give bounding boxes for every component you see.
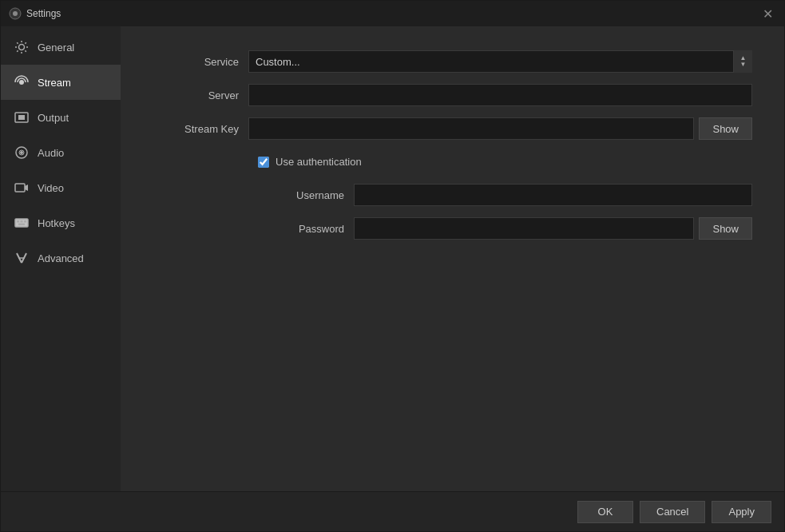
password-show-button[interactable]: Show	[699, 217, 752, 240]
service-control: Custom... Twitch YouTube Facebook Live ▲…	[248, 50, 752, 73]
username-input[interactable]	[354, 184, 752, 206]
password-row: Password Show	[258, 217, 752, 240]
sidebar-label-stream: Stream	[38, 77, 71, 89]
svg-point-7	[20, 151, 23, 154]
username-row: Username	[258, 184, 752, 206]
service-label: Service	[153, 56, 248, 68]
ok-button[interactable]: OK	[577, 501, 633, 523]
use-auth-row: Use authentication	[258, 156, 752, 168]
username-control	[354, 184, 752, 206]
server-input[interactable]	[248, 84, 752, 106]
sidebar-label-audio: Audio	[38, 147, 64, 159]
password-input[interactable]	[354, 217, 694, 240]
svg-point-1	[13, 11, 18, 16]
svg-point-2	[19, 45, 25, 50]
main-panel: Service Custom... Twitch YouTube Faceboo…	[121, 26, 784, 491]
auth-section: Use authentication Username Password Sho…	[258, 156, 752, 240]
video-icon	[14, 180, 30, 196]
stream-key-row: Stream Key Show	[153, 117, 752, 140]
general-icon	[14, 39, 30, 55]
server-control	[248, 84, 752, 106]
svg-rect-5	[18, 115, 25, 120]
svg-rect-13	[18, 224, 25, 226]
svg-point-3	[19, 80, 24, 85]
close-button[interactable]: ✕	[757, 3, 778, 24]
service-select[interactable]: Custom... Twitch YouTube Facebook Live	[248, 50, 752, 73]
svg-rect-10	[17, 220, 19, 223]
sidebar-item-audio[interactable]: Audio	[1, 135, 121, 170]
use-auth-label[interactable]: Use authentication	[276, 156, 362, 168]
service-row: Service Custom... Twitch YouTube Faceboo…	[153, 50, 752, 73]
audio-icon	[14, 145, 30, 161]
sidebar-item-stream[interactable]: Stream	[1, 65, 121, 100]
content-area: General Stream	[1, 26, 784, 491]
sidebar-item-general[interactable]: General	[1, 30, 121, 65]
sidebar: General Stream	[1, 26, 121, 491]
stream-icon	[14, 74, 30, 90]
password-control: Show	[354, 217, 752, 240]
advanced-icon	[14, 250, 30, 266]
svg-rect-9	[15, 219, 28, 227]
sidebar-item-video[interactable]: Video	[1, 170, 121, 205]
svg-rect-12	[24, 220, 26, 223]
username-label: Username	[258, 189, 354, 201]
stream-key-label: Stream Key	[153, 123, 248, 135]
sidebar-label-advanced: Advanced	[38, 252, 84, 264]
output-icon	[14, 109, 30, 125]
use-auth-checkbox[interactable]	[258, 157, 269, 168]
hotkeys-icon	[14, 215, 30, 231]
sidebar-label-output: Output	[38, 112, 69, 124]
stream-key-show-button[interactable]: Show	[699, 117, 752, 140]
title-bar-left: Settings	[9, 7, 61, 20]
svg-rect-8	[15, 184, 25, 192]
cancel-button[interactable]: Cancel	[640, 501, 705, 523]
sidebar-label-hotkeys: Hotkeys	[38, 217, 75, 229]
sidebar-label-video: Video	[38, 182, 64, 194]
service-select-wrapper: Custom... Twitch YouTube Facebook Live ▲…	[248, 50, 752, 73]
sidebar-label-general: General	[38, 42, 74, 54]
sidebar-item-hotkeys[interactable]: Hotkeys	[1, 205, 121, 240]
password-label: Password	[258, 223, 354, 235]
apply-button[interactable]: Apply	[712, 501, 771, 523]
title-bar: Settings ✕	[1, 1, 784, 26]
app-icon	[9, 7, 22, 20]
window-title: Settings	[26, 8, 61, 19]
server-row: Server	[153, 84, 752, 106]
server-label: Server	[153, 89, 248, 101]
sidebar-item-output[interactable]: Output	[1, 100, 121, 135]
svg-rect-11	[21, 220, 23, 223]
sidebar-item-advanced[interactable]: Advanced	[1, 240, 121, 276]
stream-key-input[interactable]	[248, 117, 694, 140]
settings-window: Settings ✕ General	[0, 0, 785, 532]
bottom-bar: OK Cancel Apply	[1, 491, 784, 531]
stream-key-control: Show	[248, 117, 752, 140]
